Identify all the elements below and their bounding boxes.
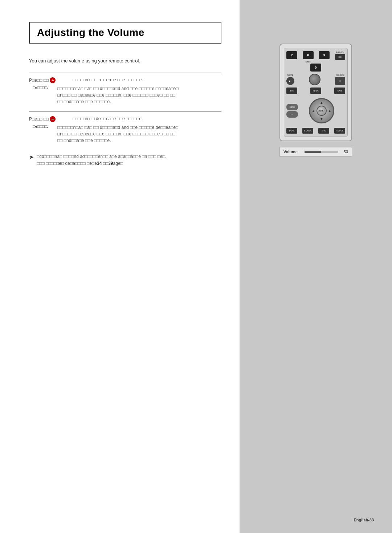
note-text: □dd□□□□na□ □□□□nd ad□□□□□en□□ a□e a□a□□a…	[37, 153, 166, 167]
page-title: Adjusting the Volume	[37, 27, 213, 38]
nav-down-icon: ▼	[320, 117, 323, 121]
volume-bar-container: Volume 50	[279, 147, 352, 156]
plus-icon: +	[50, 77, 56, 83]
pre-ch-label: PRE-CH	[336, 51, 344, 53]
vol-knob	[309, 74, 320, 85]
press-vol-plus-label: P□e□□ □□ +	[29, 77, 73, 83]
nav-left-icon: ◄	[311, 109, 315, 113]
remote-control: 7 8 DNIe 9 PRE-CH □□□	[279, 44, 352, 141]
enter-btn: ENTER	[317, 106, 327, 116]
volume-bar-fill	[305, 151, 321, 153]
vol-minus-row: P□e□□ □□ − □□□□□n □□ de□□ea□e □□e □□□□□e…	[29, 116, 221, 122]
guide-btn: □□	[286, 111, 298, 118]
divider-top	[29, 73, 221, 73]
menu-btn: MENU	[286, 104, 298, 110]
pre-ch-btn: □□□	[335, 54, 345, 60]
vol-plus-row: P□e□□ □□ + □□□□□n □□ □n□□ea□e □□e □□□□□e…	[29, 77, 221, 83]
note-arrow-icon: ➤	[29, 154, 34, 160]
source-group: SOURCE □	[335, 74, 345, 85]
tv-info-exit-row: TV□ INFO□ EXIT	[286, 88, 345, 94]
remote-inner: 7 8 DNIe 9 PRE-CH □□□	[284, 48, 348, 137]
footer-text: English-33	[354, 518, 374, 522]
intro-text: You can adjust the volume using your rem…	[29, 58, 221, 64]
note-row: ➤ □dd□□□□na□ □□□□nd ad□□□□□en□□ a□e a□a□…	[29, 150, 221, 167]
btn-9: 9	[319, 51, 330, 59]
press-text-minus: P□e□□ □□	[29, 117, 49, 122]
srs-btn: SRS	[318, 128, 329, 134]
result-row-minus: □e□□□□: □□□□□□n□a□ □a□ □□ d□□□□a□d and □…	[33, 124, 221, 144]
section-vol-minus: P□e□□ □□ − □□□□□n □□ de□□ea□e □□e □□□□□e…	[29, 116, 221, 144]
title-box: Adjusting the Volume	[29, 22, 221, 44]
mute-source-row: MUTE ▶| SOURCE □	[286, 74, 345, 85]
nav-ring: ▲ ▼ ◄ ► ENTER	[309, 98, 334, 123]
volume-bar-track	[305, 151, 338, 153]
zero-row: 0	[286, 64, 345, 72]
divider-middle	[29, 111, 221, 112]
vol-ch-group	[309, 74, 320, 85]
section-vol-plus: P□e□□ □□ + □□□□□n □□ □n□□ea□e □□e □□□□□e…	[29, 77, 221, 105]
tv-btn: TV□	[286, 88, 297, 94]
page-footer: English-33	[354, 518, 374, 522]
mute-btn: ▶|	[286, 77, 294, 85]
nav-right-icon: ►	[328, 109, 332, 113]
result-label-minus: □e□□□□:	[33, 124, 54, 129]
pmode-btn: P.MODE	[334, 128, 345, 134]
result-text-minus: □□□□□□n□a□ □a□ □□ d□□□□a□d and □□e □□□□□…	[57, 124, 221, 144]
bottom-btn-row: DUAL S.MODE SRS P.MODE	[286, 128, 345, 134]
smode-btn: S.MODE	[302, 128, 313, 134]
result-row-plus: □e□□□□: □□□□□□n□a□ □a□ □□ d□□□□a□d and □…	[33, 85, 221, 105]
menu-nav-row: MENU □□ ▲ ▼ ◄ ► ENTER	[286, 96, 345, 126]
right-panel: 7 8 DNIe 9 PRE-CH □□□	[240, 0, 392, 533]
result-text-plus: □□□□□□n□a□ □a□ □□ d□□□□a□d and □□e □□□□□…	[57, 85, 221, 105]
btn-7: 7	[286, 51, 297, 59]
volume-number: 50	[341, 150, 348, 154]
exit-btn: EXIT	[334, 88, 345, 94]
source-btn: □	[335, 77, 345, 85]
main-content: Adjusting the Volume You can adjust the …	[0, 0, 240, 533]
volume-label: Volume	[283, 150, 302, 154]
vol-minus-action-text: □□□□□n □□ de□□ea□e □□e □□□□□e.	[73, 116, 221, 121]
dual-btn: DUAL	[286, 128, 297, 134]
number-row-top: 7 8 DNIe 9 PRE-CH □□□	[286, 51, 345, 60]
nav-up-icon: ▲	[320, 101, 323, 105]
press-text-plus: P□e□□ □□	[29, 78, 49, 83]
minus-icon: −	[50, 116, 56, 122]
btn-8: 8 DNIe	[303, 51, 314, 59]
info-btn: INFO□	[310, 88, 321, 94]
btn-0: 0	[310, 64, 321, 72]
press-vol-minus-label: P□e□□ □□ −	[29, 116, 73, 122]
dnle-label: DNIe	[306, 61, 311, 63]
result-label-plus: □e□□□□:	[33, 85, 54, 90]
mute-group: MUTE ▶|	[286, 74, 294, 85]
vol-plus-action-text: □□□□□n □□ □n□□ea□e □□e □□□□□e.	[73, 77, 221, 82]
menu-group: MENU □□	[286, 104, 298, 118]
